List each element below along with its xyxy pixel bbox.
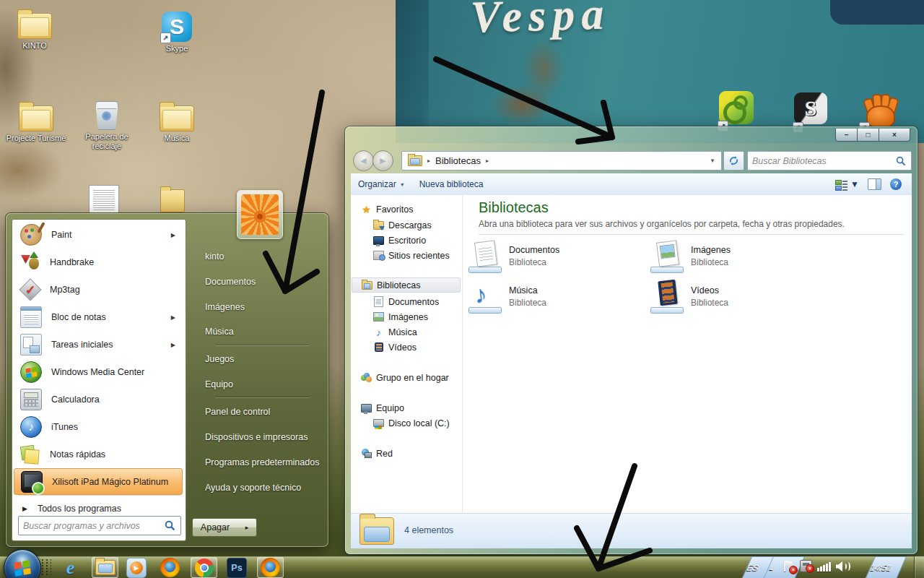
help-button[interactable]: ? <box>890 178 902 190</box>
start-item-imagenes[interactable]: Imágenes <box>205 300 245 314</box>
library-tile-musica[interactable]: ♪ Música Biblioteca <box>468 280 643 316</box>
sidebar-item-equipo[interactable]: Equipo <box>352 400 461 415</box>
start-item-label: Calculadora <box>51 394 100 405</box>
sidebar-item-red[interactable]: Red <box>352 446 461 461</box>
explorer-search-input[interactable] <box>748 156 896 166</box>
taskbar-item-photoshop[interactable]: Ps <box>227 558 247 578</box>
start-item-programas-predeterminados[interactable]: Programas predeterminados <box>205 455 319 470</box>
taskbar-item-firefox-window[interactable] <box>257 557 284 578</box>
start-item-ayuda[interactable]: Ayuda y soporte técnico <box>205 480 301 495</box>
taskbar-grip[interactable] <box>40 558 51 577</box>
computer-icon <box>361 404 372 413</box>
show-desktop-button[interactable] <box>914 556 924 578</box>
start-item-documentos[interactable]: Documentos <box>205 275 256 289</box>
device-status-tray-icon[interactable]: × <box>800 560 812 572</box>
desktop-icon-kinto[interactable]: KINTO <box>6 6 64 51</box>
start-item-bloc-de-notas[interactable]: Bloc de notas ▶ <box>14 303 183 331</box>
start-item-handbrake[interactable]: Handbrake <box>14 249 183 276</box>
new-library-button[interactable]: Nueva biblioteca <box>412 173 491 195</box>
maximize-button[interactable]: □ <box>858 129 879 142</box>
desktop-shortcut-s-app[interactable]: S ↗ <box>794 92 836 131</box>
taskbar-item-internet-explorer[interactable]: e <box>61 558 80 577</box>
music-note-icon: ♪ <box>473 280 488 309</box>
address-dropdown-icon[interactable]: ▼ <box>710 158 721 164</box>
sidebar-item-grupo-hogar[interactable]: Grupo en el hogar <box>352 370 461 385</box>
action-center-tray-icon[interactable]: × <box>783 561 795 573</box>
address-bar[interactable]: ▸ Bibliotecas ▸ ▼ <box>401 151 722 171</box>
breadcrumb-separator-icon[interactable]: ▸ <box>422 158 435 164</box>
organize-button[interactable]: Organizar ▼ <box>351 173 412 195</box>
desktop-icon-musica[interactable]: Musica <box>148 98 206 143</box>
sidebar-label: Sitios recientes <box>388 251 450 261</box>
sidebar-item-favoritos[interactable]: ★ Favoritos <box>352 202 461 217</box>
start-item-mp3tag[interactable]: ✓ Mp3tag <box>14 276 183 303</box>
user-avatar[interactable] <box>237 190 283 239</box>
close-button[interactable]: × <box>879 129 910 142</box>
recycle-bin-icon <box>95 101 118 130</box>
taskbar-item-explorer[interactable] <box>92 557 118 578</box>
sidebar-item-escritorio[interactable]: Escritorio <box>352 233 461 248</box>
recent-places-icon <box>373 251 384 260</box>
taskbar-item-firefox[interactable] <box>160 558 180 577</box>
libraries-large-icon <box>359 517 394 545</box>
start-item-calculadora[interactable]: Calculadora <box>14 386 183 413</box>
vespa-logo-text: Vespa <box>470 0 611 43</box>
start-item-tareas-iniciales[interactable]: Tareas iniciales ▶ <box>14 331 183 358</box>
sidebar-item-disco-local[interactable]: Disco local (C:) <box>352 415 461 431</box>
desktop-icon-partial-folder[interactable] <box>160 189 185 212</box>
minimize-button[interactable]: – <box>835 129 858 142</box>
start-menu: Paint ▶ Handbrake ✓ Mp3tag Bloc de notas… <box>6 213 328 547</box>
library-tile-imagenes[interactable]: Imágenes Biblioteca <box>650 240 825 276</box>
navigation-pane: ★ Favoritos Descargas Escritorio Sitios … <box>351 195 463 514</box>
sidebar-item-imagenes[interactable]: Imágenes <box>352 309 461 324</box>
desktop-icon-recycle-bin[interactable]: Papelera de reciclaje <box>78 97 136 151</box>
desktop-shortcut-hand-app[interactable]: ↗ <box>860 92 902 131</box>
start-item-windows-media-center[interactable]: Windows Media Center <box>14 358 183 386</box>
sidebar-item-bibliotecas[interactable]: Bibliotecas <box>352 277 461 293</box>
start-item-musica[interactable]: Música <box>205 324 234 339</box>
sidebar-item-documentos[interactable]: Documentos <box>352 294 461 309</box>
refresh-button[interactable] <box>723 151 744 171</box>
sidebar-item-descargas[interactable]: Descargas <box>352 217 461 233</box>
back-button[interactable]: ◀ <box>353 150 374 171</box>
library-tile-videos[interactable]: Vídeos Biblioteca <box>650 280 825 316</box>
start-item-equipo[interactable]: Equipo <box>205 377 233 392</box>
shutdown-button[interactable]: Apagar <box>192 518 238 537</box>
sidebar-item-videos[interactable]: Vídeos <box>352 340 461 355</box>
start-item-dispositivos[interactable]: Dispositivos e impresoras <box>205 430 308 444</box>
start-item-panel-de-control[interactable]: Panel de control <box>205 405 270 419</box>
start-item-juegos[interactable]: Juegos <box>205 352 234 366</box>
explorer-client-area: Organizar ▼ Nueva biblioteca ▼ ? <box>351 173 912 548</box>
start-item-itunes[interactable]: ♪ iTunes <box>14 413 183 441</box>
taskbar-item-chrome[interactable] <box>191 557 217 578</box>
explorer-search-box[interactable] <box>747 151 912 171</box>
taskbar-item-media-player[interactable]: ▶ <box>126 558 147 578</box>
start-search-input[interactable] <box>19 521 165 531</box>
start-item-xilisoft[interactable]: Xilisoft iPad Mágico Platinum <box>14 468 183 495</box>
desktop-icon-skype[interactable]: S ↗ Skype <box>148 9 206 53</box>
breadcrumb-libraries[interactable]: Bibliotecas <box>435 155 481 166</box>
search-icon[interactable] <box>896 156 906 166</box>
desktop-icon-projecte-turisme[interactable]: Projecte Turisme <box>4 98 68 143</box>
preview-pane-button[interactable] <box>868 178 881 190</box>
volume-tray-icon[interactable] <box>836 561 849 571</box>
desktop-shortcut-green-app[interactable]: ↗ <box>719 91 761 130</box>
clock-label: 14:51 <box>868 564 893 572</box>
sidebar-item-sitios-recientes[interactable]: Sitios recientes <box>352 248 461 263</box>
desktop-icon-partial-document[interactable] <box>89 185 119 215</box>
sidebar-item-musica[interactable]: ♪ Música <box>352 324 461 340</box>
library-tile-documentos[interactable]: Documentos Biblioteca <box>468 240 643 276</box>
start-item-user[interactable]: kinto <box>205 249 224 264</box>
change-view-button[interactable]: ▼ <box>835 179 859 190</box>
forward-button[interactable]: ▶ <box>372 150 393 171</box>
start-search-box[interactable] <box>18 516 181 535</box>
breadcrumb-separator-icon[interactable]: ▸ <box>481 158 494 164</box>
shutdown-options-button[interactable]: ▸ <box>237 518 257 537</box>
internet-explorer-icon: e <box>66 558 75 577</box>
start-item-notas-rapidas[interactable]: Notas rápidas <box>14 441 183 468</box>
user-name: kinto <box>205 251 224 262</box>
network-tray-icon[interactable] <box>817 562 831 571</box>
start-item-paint[interactable]: Paint ▶ <box>14 221 183 249</box>
desktop-icon-label: Papelera de reciclaje <box>78 132 136 151</box>
page-title: Bibliotecas <box>479 199 549 216</box>
